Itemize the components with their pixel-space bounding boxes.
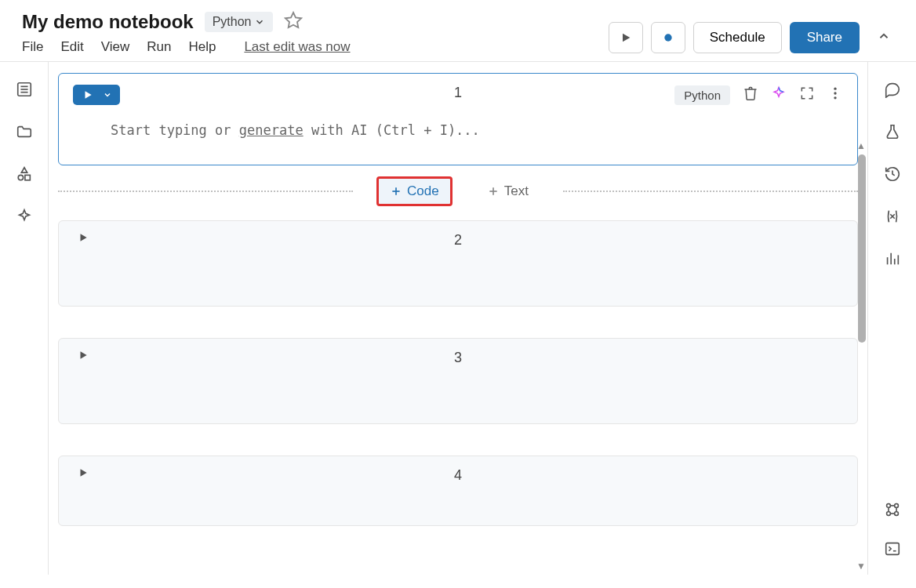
plus-icon	[487, 185, 500, 198]
cell-1[interactable]: 1 Python Start typing or generate with A…	[58, 73, 858, 165]
cell-number: 4	[454, 467, 462, 484]
placeholder-generate: generate	[239, 122, 304, 138]
svg-marker-19	[81, 351, 87, 358]
cell-number: 1	[454, 85, 462, 101]
scroll-up-arrow[interactable]: ▲	[856, 140, 866, 151]
star-icon[interactable]	[284, 11, 303, 33]
language-selector-label: Python	[213, 15, 252, 29]
svg-rect-28	[894, 512, 898, 516]
add-text-button[interactable]: Text	[476, 179, 540, 204]
scroll-down-arrow[interactable]: ▼	[856, 561, 866, 572]
schedule-button[interactable]: Schedule	[693, 22, 782, 53]
flask-icon[interactable]	[884, 123, 901, 143]
terminal-icon[interactable]	[884, 540, 901, 561]
left-rail	[0, 62, 49, 575]
collapse-header-icon[interactable]	[867, 29, 900, 46]
cell-4[interactable]: 4	[58, 456, 858, 526]
cell-header: 1 Python	[73, 85, 843, 105]
svg-rect-33	[885, 543, 899, 555]
language-selector[interactable]: Python	[205, 12, 274, 32]
svg-rect-26	[894, 504, 898, 508]
cell-toolbar: Python	[674, 85, 843, 105]
svg-marker-1	[623, 34, 630, 42]
scrollbar-thumb[interactable]	[858, 154, 866, 343]
svg-rect-25	[886, 504, 890, 508]
svg-point-13	[834, 96, 836, 99]
placeholder-post: with AI (Ctrl + I)...	[304, 122, 480, 138]
cell-number: 2	[454, 232, 462, 249]
variable-icon[interactable]	[884, 208, 901, 228]
svg-rect-27	[886, 512, 890, 516]
ai-sparkle-icon[interactable]	[771, 85, 787, 104]
plus-icon	[390, 185, 402, 198]
notebook-title[interactable]: My demo notebook	[22, 11, 194, 33]
cell-3[interactable]: 3	[58, 338, 858, 424]
topbar-left: My demo notebook Python File Edit View R…	[22, 11, 351, 55]
svg-rect-9	[24, 175, 29, 180]
add-code-button[interactable]: Code	[376, 176, 453, 206]
play-icon	[73, 85, 100, 105]
play-icon	[620, 31, 632, 44]
last-edit-link[interactable]: Last edit was now	[244, 39, 350, 55]
cell-run-controls	[73, 85, 120, 105]
svg-marker-18	[81, 234, 87, 241]
main-area: 1 Python Start typing or generate with A…	[0, 62, 916, 575]
chevron-down-icon	[254, 16, 265, 27]
run-cell-icon[interactable]	[78, 232, 89, 246]
svg-point-8	[18, 175, 23, 180]
trash-icon[interactable]	[743, 85, 758, 104]
run-cell-dropdown[interactable]	[73, 85, 120, 105]
sparkle-rail-icon[interactable]	[16, 208, 33, 228]
toc-icon[interactable]	[16, 81, 33, 101]
kebab-menu-icon[interactable]	[827, 85, 843, 104]
folder-icon[interactable]	[16, 123, 33, 143]
history-icon[interactable]	[884, 165, 901, 186]
fullscreen-icon[interactable]	[799, 85, 815, 104]
add-code-label: Code	[407, 183, 439, 199]
svg-marker-0	[285, 13, 301, 27]
run-cell-icon[interactable]	[78, 467, 89, 481]
cell-number: 3	[454, 350, 462, 366]
menu-run[interactable]: Run	[147, 39, 171, 55]
menu-help[interactable]: Help	[188, 39, 216, 55]
add-text-label: Text	[504, 183, 529, 199]
shapes-icon[interactable]	[16, 165, 33, 186]
topbar-right: Schedule Share	[609, 11, 900, 53]
menu-file[interactable]: File	[22, 39, 43, 55]
run-cell-icon[interactable]	[78, 350, 89, 364]
placeholder-pre: Start typing or	[111, 122, 239, 138]
keyboard-icon[interactable]	[884, 501, 901, 521]
circle-icon	[662, 31, 674, 44]
menu-view[interactable]: View	[101, 39, 130, 55]
cell-editor[interactable]: Start typing or generate with AI (Ctrl +…	[73, 122, 843, 138]
cluster-status-button[interactable]	[651, 22, 685, 53]
run-all-button[interactable]	[609, 22, 643, 53]
svg-point-11	[834, 88, 836, 90]
cell-2[interactable]: 2	[58, 220, 858, 307]
menu-bar: File Edit View Run Help Last edit was no…	[22, 39, 351, 55]
add-cell-row: Code Text	[58, 176, 858, 206]
right-rail	[867, 62, 916, 575]
svg-marker-20	[81, 469, 87, 476]
chevron-down-icon	[100, 85, 120, 104]
topbar: My demo notebook Python File Edit View R…	[0, 0, 916, 62]
svg-marker-10	[85, 91, 92, 98]
notebook-content: 1 Python Start typing or generate with A…	[49, 62, 867, 575]
comment-icon[interactable]	[884, 81, 901, 101]
svg-point-2	[664, 34, 671, 41]
cell-language-badge[interactable]: Python	[674, 85, 730, 105]
chart-icon[interactable]	[884, 250, 901, 270]
share-button[interactable]: Share	[790, 22, 860, 53]
svg-point-12	[834, 92, 836, 94]
svg-marker-7	[21, 168, 27, 172]
title-row: My demo notebook Python	[22, 11, 351, 33]
menu-edit[interactable]: Edit	[60, 39, 83, 55]
